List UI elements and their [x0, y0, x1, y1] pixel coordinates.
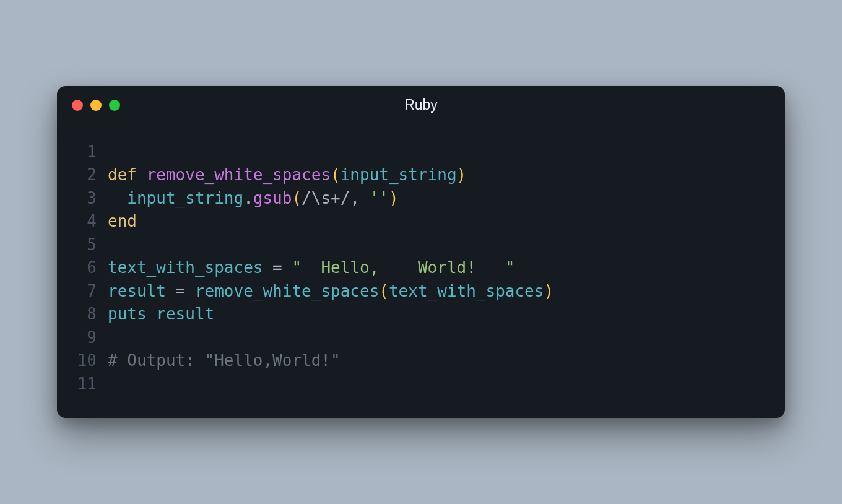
code-token: = [263, 258, 292, 277]
code-token: result [108, 282, 166, 300]
line-number: 5 [72, 233, 108, 257]
code-token: ( [292, 189, 302, 207]
line-number: 8 [72, 303, 108, 326]
code-token: ( [379, 282, 389, 300]
line-number: 1 [72, 141, 108, 164]
code-token: remove_white_spaces [147, 165, 331, 184]
line-number: 4 [72, 210, 108, 233]
code-line[interactable]: 10# Output: "Hello,World!" [72, 349, 770, 373]
line-number: 3 [72, 187, 108, 211]
code-token: , [350, 189, 369, 207]
code-token: input_string [127, 189, 243, 207]
code-token: = [166, 282, 195, 300]
code-token: . [243, 189, 253, 207]
code-line[interactable]: 5 [72, 233, 770, 257]
code-line[interactable]: 3 input_string.gsub(/\s+/, '') [72, 187, 770, 211]
code-token: " Hello, World! " [292, 258, 514, 277]
code-content[interactable]: def remove_white_spaces(input_string) [108, 163, 466, 187]
line-number: 7 [72, 280, 108, 303]
code-token: text_with_spaces [389, 282, 544, 300]
minimize-icon[interactable] [90, 100, 102, 111]
code-token: ) [389, 189, 399, 207]
line-number: 11 [72, 373, 108, 396]
code-token: puts [108, 305, 147, 323]
code-line[interactable]: 2def remove_white_spaces(input_string) [72, 163, 770, 187]
line-number: 6 [72, 256, 108, 280]
code-line[interactable]: 9 [72, 326, 770, 350]
code-editor[interactable]: 12def remove_white_spaces(input_string)3… [57, 124, 785, 419]
traffic-lights [72, 100, 120, 111]
code-content[interactable]: result = remove_white_spaces(text_with_s… [108, 280, 553, 303]
code-line[interactable]: 4end [72, 210, 770, 233]
code-token: /\s+/ [302, 189, 350, 207]
code-token [147, 305, 157, 323]
maximize-icon[interactable] [109, 100, 120, 111]
line-number: 10 [72, 349, 108, 373]
code-token: end [108, 212, 137, 230]
code-token: text_with_spaces [108, 258, 263, 277]
code-content[interactable]: end [108, 210, 137, 233]
code-content[interactable]: text_with_spaces = " Hello, World! " [108, 256, 514, 280]
code-token: ) [457, 165, 467, 184]
code-token: input_string [341, 165, 457, 184]
code-content[interactable]: input_string.gsub(/\s+/, '') [108, 187, 399, 211]
window-title: Ruby [57, 97, 785, 113]
close-icon[interactable] [72, 100, 83, 111]
line-number: 9 [72, 326, 108, 350]
code-token: ( [331, 165, 341, 184]
code-window: Ruby 12def remove_white_spaces(input_str… [57, 86, 785, 419]
code-token: ) [544, 282, 553, 300]
code-token: result [156, 305, 214, 323]
line-number: 2 [72, 163, 108, 187]
code-line[interactable]: 6text_with_spaces = " Hello, World! " [72, 256, 770, 280]
code-token: '' [370, 189, 389, 207]
code-token: gsub [253, 189, 292, 207]
code-content[interactable]: puts result [108, 303, 214, 326]
code-token: def [108, 165, 137, 184]
code-line[interactable]: 8puts result [72, 303, 770, 326]
code-token [137, 165, 147, 184]
code-line[interactable]: 7result = remove_white_spaces(text_with_… [72, 280, 770, 303]
code-token: # Output: "Hello,World!" [108, 351, 341, 370]
code-content[interactable]: # Output: "Hello,World!" [108, 349, 341, 373]
code-line[interactable]: 1 [72, 141, 770, 164]
code-token: remove_white_spaces [195, 282, 379, 300]
code-token [108, 189, 127, 207]
code-line[interactable]: 11 [72, 373, 770, 396]
window-titlebar: Ruby [57, 86, 785, 124]
